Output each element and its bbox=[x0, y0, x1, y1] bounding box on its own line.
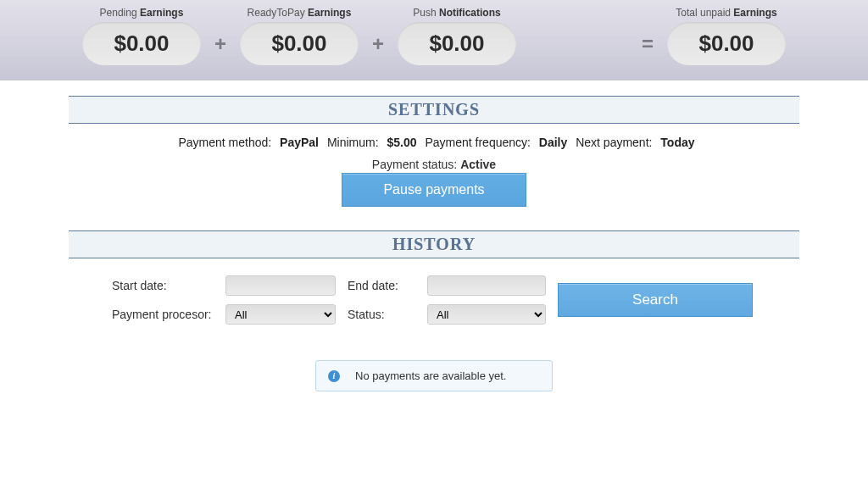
payment-status-row: Payment status: Active bbox=[69, 158, 799, 171]
info-icon: i bbox=[328, 370, 340, 382]
minimum-label: Minimum: bbox=[327, 136, 379, 149]
next-payment-value: Today bbox=[660, 136, 694, 149]
ready-earnings-value: $0.00 bbox=[240, 22, 359, 65]
frequency-value: Daily bbox=[539, 136, 567, 149]
history-title: HISTORY bbox=[69, 230, 799, 258]
push-notifications-value: $0.00 bbox=[398, 22, 516, 65]
no-payments-message: No payments are available yet. bbox=[355, 369, 506, 382]
end-date-label: End date: bbox=[348, 279, 415, 292]
plus-symbol: + bbox=[369, 32, 387, 56]
end-date-input[interactable] bbox=[427, 275, 546, 296]
pause-payments-button[interactable]: Pause payments bbox=[342, 173, 526, 207]
payment-processor-label: Payment procesor: bbox=[112, 308, 214, 321]
start-date-input[interactable] bbox=[225, 275, 336, 296]
settings-summary-row: Payment method: PayPal Minimum: $5.00 Pa… bbox=[69, 136, 799, 149]
payment-method-label: Payment method: bbox=[178, 136, 271, 149]
status-filter-label: Status: bbox=[348, 308, 415, 321]
total-earnings-value: $0.00 bbox=[667, 22, 786, 65]
search-button[interactable]: Search bbox=[558, 283, 753, 317]
history-filter-form: Start date: End date: Search Payment pro… bbox=[112, 275, 756, 325]
equals-symbol: = bbox=[638, 32, 657, 56]
total-earnings-label: Total unpaid Earnings bbox=[676, 7, 776, 19]
no-payments-info-box: i No payments are available yet. bbox=[315, 360, 553, 391]
settings-title: SETTINGS bbox=[69, 96, 799, 124]
plus-symbol: + bbox=[211, 32, 230, 56]
status-filter-select[interactable]: All bbox=[427, 304, 546, 325]
push-notifications-label: Push Notifications bbox=[413, 7, 500, 19]
start-date-label: Start date: bbox=[112, 279, 214, 292]
earnings-header: Pending Earnings $0.00 + ReadyToPay Earn… bbox=[0, 0, 868, 80]
pending-earnings-value: $0.00 bbox=[82, 22, 201, 65]
push-notifications-block: Push Notifications $0.00 bbox=[398, 7, 516, 65]
payment-status-label: Payment status: bbox=[372, 158, 457, 171]
payment-processor-select[interactable]: All bbox=[225, 304, 336, 325]
frequency-label: Payment frequency: bbox=[425, 136, 531, 149]
pending-earnings-label: Pending Earnings bbox=[100, 7, 184, 19]
pending-earnings-block: Pending Earnings $0.00 bbox=[82, 7, 201, 65]
payment-method-value: PayPal bbox=[280, 136, 319, 149]
ready-earnings-block: ReadyToPay Earnings $0.00 bbox=[240, 7, 359, 65]
ready-earnings-label: ReadyToPay Earnings bbox=[248, 7, 352, 19]
total-earnings-block: Total unpaid Earnings $0.00 bbox=[667, 7, 786, 65]
minimum-value: $5.00 bbox=[387, 136, 416, 149]
next-payment-label: Next payment: bbox=[576, 136, 652, 149]
payment-status-value: Active bbox=[460, 158, 496, 171]
